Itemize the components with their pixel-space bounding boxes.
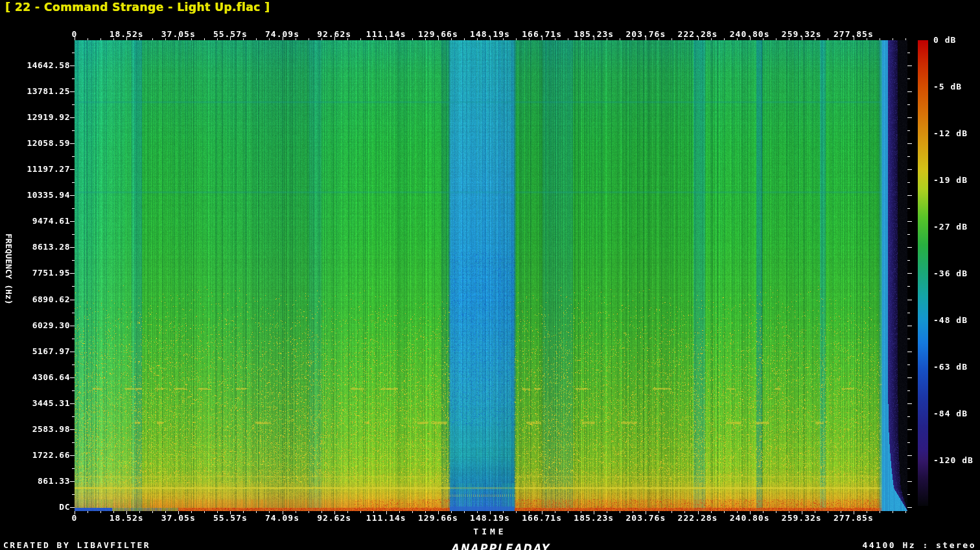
db-tick-label: -48 dB: [933, 316, 968, 325]
time-axis-title: TIME: [0, 527, 980, 536]
freq-tick-label: 12058.59: [0, 139, 70, 148]
time-tick-label: 92.62s: [317, 514, 351, 523]
freq-tick-label: 11197.27: [0, 165, 70, 174]
time-tick-label: 0: [72, 30, 78, 39]
time-tick-label: 129.66s: [418, 30, 458, 39]
time-tick-label: 37.05s: [161, 30, 196, 39]
freq-tick-label: 3445.31: [0, 399, 70, 408]
time-tick-label: 129.66s: [418, 514, 458, 523]
time-tick-label: 259.32s: [782, 514, 822, 523]
freq-tick-label: 861.33: [0, 477, 70, 486]
time-tick-label: 18.52s: [110, 30, 144, 39]
db-tick-label: -36 dB: [933, 269, 968, 278]
db-tick-label: 0 dB: [933, 36, 956, 45]
db-tick-label: -63 dB: [933, 363, 968, 372]
time-tick-label: 203.76s: [625, 30, 666, 39]
freq-tick-label: 12919.92: [0, 113, 70, 122]
db-tick-label: -19 dB: [933, 176, 968, 185]
time-tick-label: 222.28s: [678, 514, 718, 523]
freq-tick-label: 13781.25: [0, 87, 70, 96]
time-tick-label: 277.85s: [834, 30, 874, 39]
spectrogram-viewer: { "title": "[ 22 - Command Strange - Lig…: [0, 0, 980, 550]
time-tick-label: 18.52s: [110, 514, 144, 523]
freq-tick-label: 10335.94: [0, 191, 70, 200]
time-tick-label: 166.71s: [522, 30, 562, 39]
time-tick-label: 92.62s: [317, 30, 351, 39]
db-tick-label: -84 dB: [933, 409, 968, 418]
time-tick-label: 111.14s: [366, 514, 406, 523]
freq-tick-label: 9474.61: [0, 217, 70, 226]
db-tick-label: -120 dB: [933, 456, 974, 465]
freq-tick-label: 2583.98: [0, 425, 70, 434]
watermark-logo: ANAPPLEADAY: [450, 542, 550, 550]
time-tick-label: 55.57s: [213, 514, 248, 523]
freq-tick-label: 1722.66: [0, 451, 70, 460]
created-by-credit: CREATED BY LIBAVFILTER: [3, 540, 150, 550]
time-tick-label: 222.28s: [678, 30, 718, 39]
time-tick-label: 185.23s: [574, 514, 614, 523]
time-tick-label: 111.14s: [366, 30, 406, 39]
time-tick-label: 148.19s: [470, 514, 510, 523]
time-tick-label: 74.09s: [265, 514, 299, 523]
time-tick-label: 0: [72, 514, 78, 523]
db-colorbar: [918, 40, 928, 506]
frequency-axis-title: FREQUENCY (Hz): [4, 233, 14, 305]
freq-tick-label: 5167.97: [0, 347, 70, 356]
freq-tick-label: 6029.30: [0, 321, 70, 330]
time-tick-label: 37.05s: [161, 514, 196, 523]
time-tick-label: 166.71s: [522, 514, 562, 523]
spectrogram-canvas: [0, 0, 980, 550]
sample-rate-info: 44100 Hz : stereo: [862, 540, 976, 550]
time-tick-label: 203.76s: [625, 514, 666, 523]
time-tick-label: 240.80s: [730, 514, 770, 523]
time-tick-label: 74.09s: [265, 30, 299, 39]
freq-tick-label: 4306.64: [0, 373, 70, 382]
time-tick-label: 148.19s: [470, 30, 510, 39]
freq-tick-label: DC: [0, 503, 70, 512]
time-tick-label: 259.32s: [782, 30, 822, 39]
time-tick-label: 55.57s: [213, 30, 248, 39]
time-tick-label: 185.23s: [574, 30, 614, 39]
time-tick-label: 240.80s: [730, 30, 770, 39]
db-tick-label: -27 dB: [933, 222, 968, 232]
time-tick-label: 277.85s: [834, 514, 874, 523]
freq-tick-label: 14642.58: [0, 61, 70, 70]
db-tick-label: -5 dB: [933, 82, 962, 91]
window-title: [ 22 - Command Strange - Light Up.flac ]: [5, 1, 270, 14]
db-tick-label: -12 dB: [933, 129, 968, 138]
